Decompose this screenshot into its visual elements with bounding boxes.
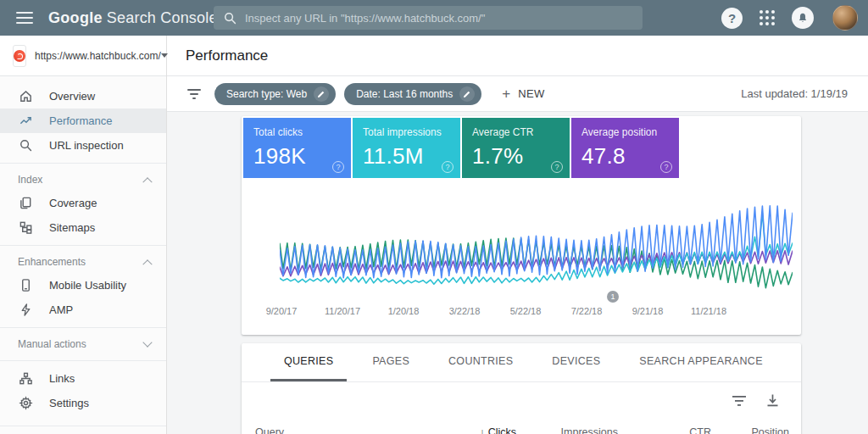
edit-pencil-icon[interactable] (314, 86, 329, 102)
dimension-tabs: QUERIES PAGES COUNTRIES DEVICES SEARCH A… (242, 343, 801, 382)
metric-total-clicks[interactable]: Total clicks 198K ? (243, 118, 351, 178)
main-content: Performance Search type: Web Date: Last … (167, 36, 868, 434)
sidebar-item-performance[interactable]: Performance (0, 108, 166, 133)
help-question-icon[interactable]: ? (551, 161, 563, 173)
page-header: Performance (167, 36, 868, 76)
sidebar-item-mobile-usability[interactable]: Mobile Usability (0, 273, 166, 298)
apps-grid-icon[interactable] (760, 10, 775, 25)
sidebar-section-manual-actions[interactable]: Manual actions (0, 333, 166, 355)
sidebar-item-settings[interactable]: Settings (0, 391, 166, 415)
sidebar-section-index[interactable]: Index (0, 169, 166, 191)
sort-desc-icon: ↓ (480, 426, 485, 434)
tab-devices[interactable]: DEVICES (538, 343, 614, 381)
sidebar: https://www.hatchbuck.com/ Overview Perf… (0, 36, 167, 434)
brand-google: Google (48, 9, 103, 26)
last-updated-text: Last updated: 1/19/19 (741, 87, 848, 100)
filter-chip-date[interactable]: Date: Last 16 months (344, 83, 481, 105)
url-inspect-search-input[interactable]: Inspect any URL in "https://www.hatchbuc… (214, 6, 643, 30)
metric-average-ctr[interactable]: Average CTR 1.7% ? (462, 118, 570, 178)
menu-icon[interactable] (16, 12, 33, 24)
property-url: https://www.hatchbuck.com/ (35, 50, 161, 62)
column-impressions[interactable]: Impressions (516, 426, 618, 434)
x-tick: 9/20/17 (266, 306, 298, 316)
table-filter-icon[interactable] (732, 395, 746, 407)
performance-chart-card: Total clicks 198K ? Total impressions 11… (242, 116, 801, 335)
metric-total-impressions[interactable]: Total impressions 11.5M ? (353, 118, 460, 178)
filter-toolbar: Search type: Web Date: Last 16 months + … (167, 76, 868, 112)
search-icon (224, 12, 236, 25)
chart-annotation-marker[interactable]: 1 (607, 291, 619, 303)
help-question-icon[interactable]: ? (332, 161, 344, 173)
page-title: Performance (186, 47, 268, 64)
tab-queries[interactable]: QUERIES (270, 343, 347, 381)
sidebar-section-enhancements[interactable]: Enhancements (0, 251, 166, 273)
x-axis-ticks: 9/20/17 11/20/17 1/20/18 3/22/18 5/22/18… (242, 306, 801, 318)
edit-pencil-icon[interactable] (459, 86, 475, 102)
sidebar-item-url-inspection[interactable]: URL inspection (0, 133, 166, 158)
chevron-down-icon (161, 53, 168, 58)
metric-cards: Total clicks 198K ? Total impressions 11… (242, 116, 801, 178)
magnifier-icon (18, 138, 33, 153)
chevron-down-icon (142, 337, 152, 347)
chevron-up-icon (142, 259, 152, 269)
help-question-icon[interactable]: ? (442, 161, 453, 173)
home-icon (18, 89, 33, 104)
filter-list-icon[interactable] (187, 89, 201, 99)
x-tick: 11/20/17 (325, 306, 360, 316)
sitemap-tree-icon (18, 220, 33, 236)
content-area: Total clicks 198K ? Total impressions 11… (167, 112, 868, 434)
divider (0, 245, 166, 246)
sidebar-item-overview[interactable]: Overview (0, 84, 166, 108)
help-icon[interactable]: ? (721, 8, 743, 29)
user-avatar[interactable] (832, 5, 858, 31)
links-tree-icon (18, 371, 33, 387)
table-header-row: Query ↓Clicks Impressions CTR Position (242, 420, 801, 434)
lightning-bolt-icon (18, 303, 33, 318)
chevron-up-icon (142, 177, 152, 186)
help-question-icon[interactable]: ? (660, 161, 672, 173)
sidebar-item-links[interactable]: Links (0, 366, 166, 391)
x-tick: 7/22/18 (571, 306, 603, 316)
column-clicks[interactable]: ↓Clicks (423, 426, 516, 434)
divider (0, 163, 166, 164)
filter-chip-search-type[interactable]: Search type: Web (214, 83, 336, 105)
coverage-pages-icon (18, 196, 33, 211)
property-selector[interactable]: https://www.hatchbuck.com/ (0, 36, 166, 76)
sidebar-item-coverage[interactable]: Coverage (0, 191, 166, 215)
notifications-bell-icon[interactable] (792, 7, 814, 29)
column-position[interactable]: Position (711, 426, 789, 434)
top-app-bar: GoogleSearch Console Inspect any URL in … (0, 0, 868, 36)
app-logo[interactable]: GoogleSearch Console (48, 9, 218, 27)
tab-countries[interactable]: COUNTRIES (435, 343, 526, 381)
metric-average-position[interactable]: Average position 47.8 ? (571, 118, 679, 178)
divider (0, 426, 166, 426)
topbar-actions: ? (721, 0, 868, 36)
gear-icon (18, 396, 33, 411)
dimensions-table-card: QUERIES PAGES COUNTRIES DEVICES SEARCH A… (242, 343, 801, 434)
divider (0, 327, 166, 328)
sidebar-item-sitemaps[interactable]: Sitemaps (0, 215, 166, 240)
performance-chart-icon (18, 114, 33, 129)
property-favicon (13, 45, 26, 67)
performance-chart (280, 195, 793, 295)
tab-pages[interactable]: PAGES (359, 343, 423, 381)
x-tick: 5/22/18 (510, 306, 542, 316)
x-tick: 9/21/18 (632, 306, 664, 316)
x-tick: 11/21/18 (691, 306, 726, 316)
column-ctr[interactable]: CTR (618, 426, 711, 434)
line-chart[interactable] (280, 195, 793, 295)
search-placeholder: Inspect any URL in "https://www.hatchbuc… (245, 12, 485, 25)
tab-search-appearance[interactable]: SEARCH APPEARANCE (626, 343, 776, 381)
table-toolbar (242, 382, 801, 420)
divider (0, 360, 166, 361)
x-tick: 1/20/18 (388, 306, 420, 316)
smartphone-icon (18, 278, 33, 293)
sidebar-item-amp[interactable]: AMP (0, 298, 166, 322)
brand-product: Search Console (107, 9, 218, 26)
x-tick: 3/22/18 (449, 306, 481, 316)
plus-icon: + (502, 86, 510, 103)
sidebar-nav: Overview Performance URL inspection Inde… (0, 76, 166, 434)
download-icon[interactable] (766, 394, 779, 408)
column-query[interactable]: Query (255, 426, 423, 434)
new-filter-button[interactable]: + NEW (502, 86, 544, 103)
